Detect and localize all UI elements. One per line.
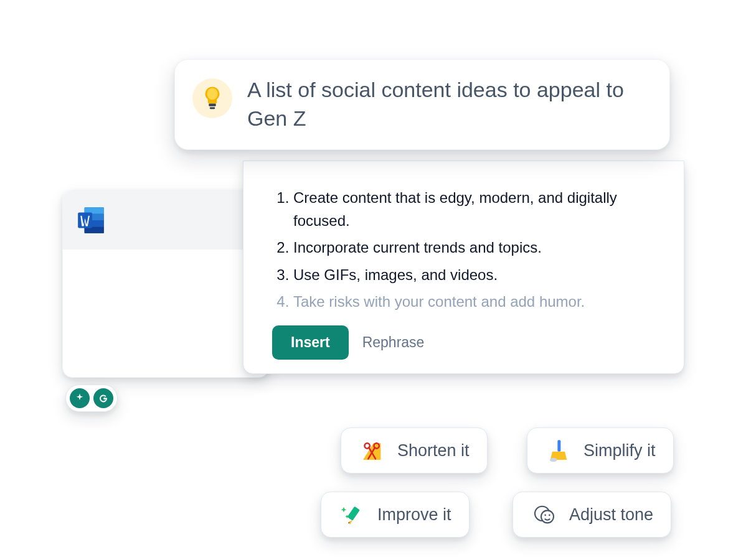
svg-point-15: [541, 510, 554, 523]
svg-rect-13: [347, 506, 360, 521]
rephrase-button[interactable]: Rephrase: [359, 325, 428, 360]
chip-label: Adjust tone: [569, 505, 653, 525]
canvas: A list of social content ideas to appeal…: [0, 0, 751, 560]
svg-point-6: [207, 88, 217, 100]
prompt-text: A list of social content ideas to appeal…: [247, 76, 647, 133]
grammarly-pill[interactable]: [65, 385, 118, 412]
result-item: Use GIFs, images, and videos.: [293, 263, 668, 286]
sparkle-icon: [70, 388, 90, 408]
lightbulb-icon: [192, 78, 232, 118]
chip-label: Simplify it: [583, 441, 656, 460]
svg-point-12: [550, 458, 557, 462]
results-list: Create content that is edgy, modern, and…: [272, 186, 668, 313]
prompt-card[interactable]: A list of social content ideas to appeal…: [174, 59, 670, 150]
result-item: Incorporate current trends and topics.: [293, 236, 668, 259]
chip-shorten[interactable]: Shorten it: [341, 427, 488, 474]
results-card: Create content that is edgy, modern, and…: [243, 161, 684, 374]
result-item: Take risks with your content and add hum…: [293, 290, 668, 313]
chip-simplify[interactable]: Simplify it: [527, 427, 674, 474]
chip-label: Shorten it: [397, 441, 470, 460]
smiley-icon: [531, 501, 558, 528]
word-titlebar: [63, 190, 268, 250]
chip-label: Improve it: [377, 505, 451, 525]
insert-button[interactable]: Insert: [272, 325, 349, 360]
result-item: Create content that is edgy, modern, and…: [293, 186, 668, 232]
broom-icon: [545, 437, 572, 464]
sparkle-pencil-icon: [339, 501, 366, 528]
grammarly-g-icon: [93, 388, 113, 408]
chip-improve[interactable]: Improve it: [321, 492, 470, 538]
word-app-icon: [75, 205, 106, 236]
svg-rect-7: [209, 104, 215, 106]
svg-rect-11: [557, 440, 560, 451]
svg-point-17: [549, 515, 550, 516]
chip-adjust[interactable]: Adjust tone: [512, 492, 671, 538]
svg-rect-8: [210, 107, 215, 109]
svg-point-16: [544, 515, 546, 516]
result-actions: Insert Rephrase: [272, 325, 668, 360]
word-app-window: [62, 190, 269, 378]
scissors-icon: [359, 437, 386, 464]
